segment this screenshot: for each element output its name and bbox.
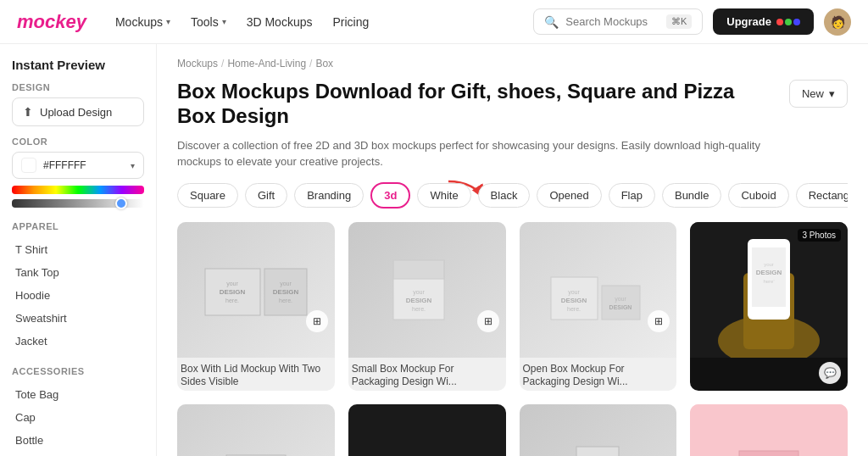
page-title: Box Mockups Download for Gift, shoes, Sq…: [177, 80, 776, 129]
filter-tag-square[interactable]: Square: [177, 183, 238, 208]
upgrade-dots: [776, 19, 800, 25]
phone-illustration: your DESIGN here': [701, 222, 837, 358]
mockup-card-6[interactable]: your DESIGN here.: [348, 404, 506, 456]
card-action-icon: ⊞: [477, 310, 499, 332]
nav-3d-mockups[interactable]: 3D Mockups: [247, 15, 313, 29]
svg-text:your: your: [226, 281, 238, 287]
sidebar-item-totebag[interactable]: Tote Bag: [12, 383, 144, 406]
mockup-label-3: Open Box Mockup For Packaging Design Wi.…: [520, 358, 677, 391]
sidebar-item-jacket[interactable]: Jacket: [12, 330, 144, 353]
filter-tag-bundle[interactable]: Bundle: [662, 183, 721, 208]
color-slider-thumb[interactable]: [115, 197, 127, 209]
filter-tag-opened[interactable]: Opened: [537, 183, 601, 208]
svg-rect-26: [752, 247, 786, 307]
mockup-grid: your DESIGN here. your DESIGN here. ⊞ Bo…: [177, 222, 848, 456]
box-illustration-2: your DESIGN here.: [359, 235, 495, 345]
svg-text:here.: here.: [225, 298, 239, 303]
color-brightness-slider[interactable]: [12, 199, 144, 208]
svg-text:DESIGN: DESIGN: [220, 288, 246, 296]
mockup-card-1[interactable]: your DESIGN here. your DESIGN here. ⊞ Bo…: [177, 222, 335, 391]
mockup-card-4[interactable]: your DESIGN here' 3 Photos 💬: [690, 222, 848, 391]
mockup-image-2: your DESIGN here. ⊞: [348, 222, 506, 358]
filter-tag-black[interactable]: Black: [478, 183, 531, 208]
box-illustration-6: your DESIGN here.: [359, 417, 495, 456]
box-illustration-7: your DESIGN: [530, 417, 665, 456]
svg-rect-10: [393, 260, 444, 279]
mockup-image-7: your DESIGN: [520, 404, 677, 456]
card-action-icon: 💬: [819, 362, 841, 384]
filter-tag-flap[interactable]: Flap: [609, 183, 655, 208]
mockup-label-1: Box With Lid Mockup With Two Sides Visib…: [177, 358, 335, 391]
mockup-card-2[interactable]: your DESIGN here. ⊞ Small Box Mockup For…: [348, 222, 506, 391]
sidebar-item-cap[interactable]: Cap: [12, 406, 144, 429]
instant-preview-title: Instant Preview: [12, 58, 144, 72]
filter-tag-white[interactable]: White: [417, 183, 470, 208]
color-hex-value: #FFFFFF: [43, 159, 86, 171]
nav-right-section: 🔍 ⌘K Upgrade 🧑: [533, 8, 851, 36]
box-illustration-8: [701, 417, 837, 456]
sidebar-item-tshirt[interactable]: T Shirt: [12, 238, 144, 261]
search-kbd-hint: ⌘K: [666, 14, 692, 29]
nav-tools[interactable]: Tools ▾: [191, 15, 226, 29]
filter-tag-3d[interactable]: 3d: [370, 182, 410, 209]
chevron-down-icon: ▾: [222, 17, 226, 26]
svg-text:here': here': [764, 279, 775, 284]
filter-tag-rectangular[interactable]: Rectangular: [796, 183, 848, 208]
top-navigation: mockey Mockups ▾ Tools ▾ 3D Mockups Pric…: [0, 0, 868, 44]
mockup-image-1: your DESIGN here. your DESIGN here. ⊞: [177, 222, 335, 358]
filter-tags: Square Gift Branding 3d White Black Open…: [177, 182, 848, 209]
svg-text:DESIGN: DESIGN: [405, 297, 431, 304]
sidebar: Instant Preview DESIGN ⬆ Upload Design C…: [0, 44, 157, 456]
main-content: Mockups / Home-And-Living / Box Box Mock…: [157, 44, 868, 456]
svg-text:your: your: [615, 296, 627, 303]
app-logo[interactable]: mockey: [17, 11, 86, 33]
mockup-card-8[interactable]: 💬: [690, 404, 848, 456]
mockup-card-5[interactable]: your DESIGN here.: [177, 404, 335, 456]
svg-text:DESIGN: DESIGN: [756, 269, 782, 276]
box-illustration-5: your DESIGN here.: [188, 417, 324, 456]
sidebar-item-sweatshirt[interactable]: Sweatshirt: [12, 307, 144, 330]
svg-text:your: your: [413, 289, 425, 296]
design-section-label: DESIGN: [12, 82, 144, 92]
mockup-image-4: your DESIGN here': [690, 222, 848, 358]
nav-mockups[interactable]: Mockups ▾: [115, 15, 170, 29]
mockup-card-7[interactable]: your DESIGN: [520, 404, 677, 456]
upgrade-button[interactable]: Upgrade: [713, 8, 814, 35]
search-box[interactable]: 🔍 ⌘K: [533, 8, 703, 35]
color-picker[interactable]: #FFFFFF ▾: [12, 152, 144, 179]
mockup-image-8: 💬: [690, 404, 848, 456]
user-avatar[interactable]: 🧑: [824, 8, 851, 36]
card-action-icon: ⊞: [306, 310, 328, 332]
color-spectrum-slider[interactable]: [12, 186, 144, 194]
svg-text:your: your: [764, 262, 774, 267]
sidebar-item-hoodie[interactable]: Hoodie: [12, 284, 144, 307]
mockup-image-6: your DESIGN here.: [348, 404, 506, 456]
filter-tag-gift[interactable]: Gift: [245, 183, 287, 208]
breadcrumb-home-living[interactable]: Home-And-Living: [227, 58, 306, 70]
filter-tag-cuboid[interactable]: Cuboid: [728, 183, 788, 208]
color-swatch: [21, 158, 36, 173]
sort-dropdown[interactable]: New ▾: [789, 80, 848, 108]
svg-rect-36: [576, 447, 619, 456]
nav-pricing[interactable]: Pricing: [332, 15, 369, 29]
svg-text:here.: here.: [279, 298, 292, 303]
search-input[interactable]: [565, 15, 659, 28]
svg-text:your: your: [280, 281, 292, 287]
filter-tag-branding[interactable]: Branding: [294, 183, 364, 208]
box-illustration-3: your DESIGN here. your DESIGN: [530, 235, 665, 345]
chevron-down-icon: ▾: [166, 17, 170, 26]
mockup-card-3[interactable]: your DESIGN here. your DESIGN ⊞ Open Box…: [520, 222, 677, 391]
svg-text:here.: here.: [412, 306, 426, 312]
upload-icon: ⬆: [23, 105, 33, 119]
breadcrumb-mockups[interactable]: Mockups: [177, 58, 218, 70]
page-header: Box Mockups Download for Gift, shoes, Sq…: [177, 80, 848, 129]
svg-text:DESIGN: DESIGN: [609, 304, 632, 310]
sidebar-item-bottle[interactable]: Bottle: [12, 429, 144, 452]
svg-text:DESIGN: DESIGN: [561, 297, 587, 304]
sidebar-item-tanktop[interactable]: Tank Top: [12, 261, 144, 284]
mockup-image-3: your DESIGN here. your DESIGN ⊞: [520, 222, 677, 358]
svg-rect-20: [602, 286, 640, 320]
card-action-icon: ⊞: [648, 310, 670, 332]
upload-design-button[interactable]: ⬆ Upload Design: [12, 97, 144, 126]
chevron-down-icon: ▾: [131, 161, 135, 170]
